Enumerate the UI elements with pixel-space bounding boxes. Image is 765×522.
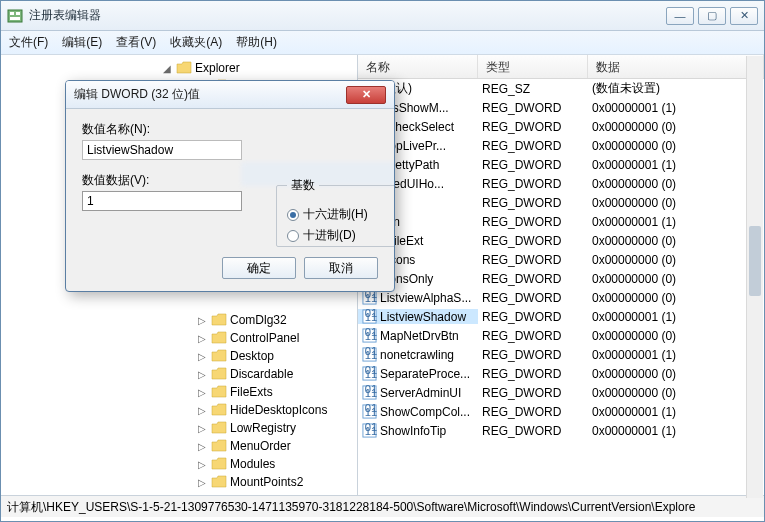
tree-item[interactable]: ▷LowRegistry bbox=[1, 419, 357, 437]
value-data: 0x00000001 (1) bbox=[588, 424, 764, 438]
svg-text:110: 110 bbox=[365, 406, 377, 418]
tree-item[interactable]: ▷Modules bbox=[1, 455, 357, 473]
radio-hex[interactable] bbox=[287, 209, 299, 221]
col-name[interactable]: 名称 bbox=[358, 55, 478, 78]
value-type: REG_DWORD bbox=[478, 405, 588, 419]
close-button[interactable]: ✕ bbox=[730, 7, 758, 25]
menu-edit[interactable]: 编辑(E) bbox=[62, 34, 102, 51]
value-row[interactable]: 011110rREG_DWORD0x00000000 (0) bbox=[358, 193, 764, 212]
tree-item[interactable] bbox=[1, 293, 357, 311]
svg-rect-3 bbox=[10, 17, 20, 20]
value-name: ServerAdminUI bbox=[380, 386, 461, 400]
maximize-button[interactable]: ▢ bbox=[698, 7, 726, 25]
radio-dec[interactable] bbox=[287, 230, 299, 242]
value-data: 0x00000001 (1) bbox=[588, 310, 764, 324]
base-fieldset: 基数 十六进制(H) 十进制(D) bbox=[276, 177, 395, 247]
menu-help[interactable]: 帮助(H) bbox=[236, 34, 277, 51]
expand-icon[interactable]: ◢ bbox=[161, 63, 173, 74]
dialog-close-button[interactable]: ✕ bbox=[346, 86, 386, 104]
radio-hex-row[interactable]: 十六进制(H) bbox=[287, 206, 395, 223]
window-controls: — ▢ ✕ bbox=[662, 7, 758, 25]
value-type: REG_DWORD bbox=[478, 234, 588, 248]
tree-item-label: Modules bbox=[230, 457, 275, 471]
value-row[interactable]: 011110eIconsREG_DWORD0x00000000 (0) bbox=[358, 250, 764, 269]
value-name: ListviewShadow bbox=[380, 310, 466, 324]
scrollbar-thumb[interactable] bbox=[749, 226, 761, 296]
value-row[interactable]: 011110denREG_DWORD0x00000001 (1) bbox=[358, 212, 764, 231]
svg-text:110: 110 bbox=[365, 311, 377, 323]
minimize-button[interactable]: — bbox=[666, 7, 694, 25]
value-type: REG_DWORD bbox=[478, 253, 588, 267]
expand-icon[interactable]: ▷ bbox=[196, 441, 208, 452]
value-row[interactable]: 011110ShowInfoTipREG_DWORD0x00000001 (1) bbox=[358, 421, 764, 440]
value-row[interactable]: 011110ndedUIHo...REG_DWORD0x00000000 (0) bbox=[358, 174, 764, 193]
value-type: REG_DWORD bbox=[478, 101, 588, 115]
value-type: REG_DWORD bbox=[478, 158, 588, 172]
menu-favorites[interactable]: 收藏夹(A) bbox=[170, 34, 222, 51]
value-row[interactable]: 011110aysShowM...REG_DWORD0x00000001 (1) bbox=[358, 98, 764, 117]
ok-button[interactable]: 确定 bbox=[222, 257, 296, 279]
value-row[interactable]: 011110ListviewAlphaS...REG_DWORD0x000000… bbox=[358, 288, 764, 307]
value-row[interactable]: 011110ktopLivePr...REG_DWORD0x00000000 (… bbox=[358, 136, 764, 155]
value-data: 0x00000000 (0) bbox=[588, 139, 764, 153]
expand-icon[interactable]: ▷ bbox=[196, 369, 208, 380]
value-row[interactable]: 011110MapNetDrvBtnREG_DWORD0x00000000 (0… bbox=[358, 326, 764, 345]
expand-icon[interactable]: ▷ bbox=[196, 423, 208, 434]
value-list[interactable]: 名称 类型 数据 ab(默认)REG_SZ(数值未设置)011110aysSho… bbox=[358, 55, 764, 495]
value-row[interactable]: 011110eFileExtREG_DWORD0x00000000 (0) bbox=[358, 231, 764, 250]
value-row[interactable]: 011110ShowCompCol...REG_DWORD0x00000001 … bbox=[358, 402, 764, 421]
expand-icon[interactable]: ▷ bbox=[196, 387, 208, 398]
value-data: 0x00000000 (0) bbox=[588, 272, 764, 286]
col-type[interactable]: 类型 bbox=[478, 55, 588, 78]
expand-icon[interactable]: ▷ bbox=[196, 477, 208, 488]
tree-item[interactable]: ▷ControlPanel bbox=[1, 329, 357, 347]
dialog-titlebar[interactable]: 编辑 DWORD (32 位)值 ✕ bbox=[66, 81, 394, 109]
expand-icon[interactable]: ▷ bbox=[196, 351, 208, 362]
cancel-button[interactable]: 取消 bbox=[304, 257, 378, 279]
tree-item[interactable]: ▷FileExts bbox=[1, 383, 357, 401]
value-data: 0x00000000 (0) bbox=[588, 253, 764, 267]
expand-icon[interactable]: ▷ bbox=[196, 459, 208, 470]
col-data[interactable]: 数据 bbox=[588, 55, 764, 78]
value-row[interactable]: 011110IconsOnlyREG_DWORD0x00000000 (0) bbox=[358, 269, 764, 288]
tree-item[interactable]: ▷MountPoints2 bbox=[1, 473, 357, 491]
tree-item[interactable]: ▷Desktop bbox=[1, 347, 357, 365]
value-row[interactable]: 011110ListviewShadowREG_DWORD0x00000001 … bbox=[358, 307, 764, 326]
vertical-scrollbar[interactable] bbox=[746, 56, 763, 498]
expand-icon[interactable]: ▷ bbox=[196, 315, 208, 326]
tree-item[interactable]: ▷ComDlg32 bbox=[1, 311, 357, 329]
menubar[interactable]: 文件(F) 编辑(E) 查看(V) 收藏夹(A) 帮助(H) bbox=[1, 31, 764, 55]
menu-view[interactable]: 查看(V) bbox=[116, 34, 156, 51]
value-row[interactable]: 011110ServerAdminUIREG_DWORD0x00000000 (… bbox=[358, 383, 764, 402]
value-type: REG_DWORD bbox=[478, 177, 588, 191]
value-row[interactable]: 011110nonetcrawlingREG_DWORD0x00000001 (… bbox=[358, 345, 764, 364]
radio-hex-label: 十六进制(H) bbox=[303, 206, 368, 223]
svg-text:110: 110 bbox=[365, 368, 377, 380]
tree-root-label[interactable]: Explorer bbox=[195, 61, 240, 75]
expand-icon[interactable]: ▷ bbox=[196, 405, 208, 416]
value-data: 0x00000000 (0) bbox=[588, 291, 764, 305]
value-row[interactable]: 011110SeparateProce...REG_DWORD0x0000000… bbox=[358, 364, 764, 383]
tree-item[interactable]: ▷MenuOrder bbox=[1, 437, 357, 455]
tree-item[interactable]: ▷HideDesktopIcons bbox=[1, 401, 357, 419]
value-row[interactable]: 011110oCheckSelectREG_DWORD0x00000000 (0… bbox=[358, 117, 764, 136]
value-type: REG_DWORD bbox=[478, 310, 588, 324]
value-data: 0x00000001 (1) bbox=[588, 405, 764, 419]
value-data: (数值未设置) bbox=[588, 80, 764, 97]
tree-item[interactable]: ▷Discardable bbox=[1, 365, 357, 383]
dialog-buttons: 确定 取消 bbox=[222, 257, 378, 279]
tree-item-label: FileExts bbox=[230, 385, 273, 399]
dialog-title: 编辑 DWORD (32 位)值 bbox=[74, 86, 346, 103]
titlebar[interactable]: 注册表编辑器 — ▢ ✕ bbox=[1, 1, 764, 31]
value-type: REG_DWORD bbox=[478, 367, 588, 381]
menu-file[interactable]: 文件(F) bbox=[9, 34, 48, 51]
value-row[interactable]: ab(默认)REG_SZ(数值未设置) bbox=[358, 79, 764, 98]
value-data-input[interactable] bbox=[82, 191, 242, 211]
expand-icon[interactable]: ▷ bbox=[196, 333, 208, 344]
value-name: MapNetDrvBtn bbox=[380, 329, 459, 343]
radio-dec-row[interactable]: 十进制(D) bbox=[287, 227, 395, 244]
value-row[interactable]: 011110tPrettyPathREG_DWORD0x00000001 (1) bbox=[358, 155, 764, 174]
list-header[interactable]: 名称 类型 数据 bbox=[358, 55, 764, 79]
value-name: SeparateProce... bbox=[380, 367, 470, 381]
value-name-field[interactable]: ListviewShadow bbox=[82, 140, 242, 160]
